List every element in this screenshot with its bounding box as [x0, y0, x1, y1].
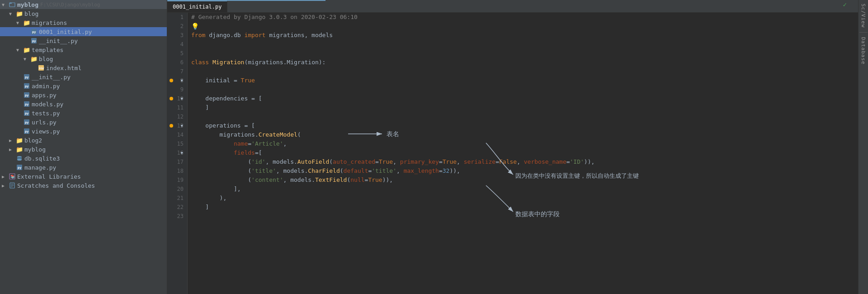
right-panel: Sc/View Database	[858, 0, 868, 294]
sidebar-item-init2[interactable]: py __init__.py	[0, 72, 167, 81]
line-num-4: 4	[171, 40, 184, 49]
code-line-19: ('content', models.TextField(null=True))…	[191, 175, 854, 185]
sidebar-item-label: views.py	[32, 128, 60, 135]
sidebar-item-manage[interactable]: py manage.py	[0, 163, 167, 172]
py-file-icon: py	[30, 37, 38, 44]
chevron-right-icon: ▶	[9, 138, 15, 143]
line-num-15: 15	[171, 139, 184, 148]
sidebar-item-myblog[interactable]: ▶ 📁 myblog	[0, 145, 167, 154]
sidebar-item-external-libs[interactable]: ▶ 📚 External Libraries	[0, 172, 167, 181]
line-num-5: 5	[171, 49, 184, 58]
py-file-icon: py	[23, 73, 30, 81]
chevron-down-icon: ▼	[9, 11, 15, 16]
root-path: F:\CSU\Django\myblog	[40, 2, 100, 8]
code-line-9	[191, 85, 854, 94]
code-content[interactable]: # Generated by Django 3.0.3 on 2020-02-2…	[188, 13, 858, 294]
line-num-23: 23	[171, 212, 184, 221]
sidebar-item-label: urls.py	[32, 119, 57, 126]
chevron-icon: ▼	[2, 2, 8, 7]
svg-text:py: py	[25, 121, 29, 124]
sidebar-item-models[interactable]: py models.py	[0, 100, 167, 109]
code-line-11: ]	[191, 103, 854, 112]
line-num-14: 14	[171, 130, 184, 139]
html-file-icon: html	[38, 64, 45, 71]
sidebar-item-label: admin.py	[32, 83, 60, 90]
line-num-8: 8 ▼	[171, 76, 184, 85]
code-line-4	[191, 40, 854, 49]
line-numbers: 1 2 3 4 5 6 7 8 ▼ 9 10 ▼ 11 12 13 ▼	[167, 13, 188, 294]
code-area[interactable]: 1 2 3 4 5 6 7 8 ▼ 9 10 ▼ 11 12 13 ▼	[167, 13, 858, 294]
ext-libs-icon: 📚	[9, 173, 16, 180]
sidebar-item-myblog-root[interactable]: ▼ myblog F:\CSU\Django\myblog	[0, 0, 167, 9]
sidebar-item-label: index.html	[46, 65, 81, 71]
chevron-right-icon: ▶	[9, 147, 15, 152]
tab-0001-initial[interactable]: 0001_initial.py	[167, 0, 227, 12]
py-file-icon: py	[23, 82, 30, 90]
scratch-icon	[9, 182, 16, 189]
sidebar-item-blog2[interactable]: ▶ 📁 blog2	[0, 136, 167, 145]
folder-icon: 📁	[23, 46, 30, 53]
sidebar-item-label: 0001_initial.py	[39, 28, 92, 35]
sidebar-item-label: tests.py	[32, 110, 60, 117]
line-num-20: 20	[171, 185, 184, 194]
line-num-17: 17	[171, 157, 184, 166]
py-file-icon: py	[16, 164, 23, 171]
sidebar-item-migrations[interactable]: ▼ 📁 migrations	[0, 18, 167, 27]
right-tab-database[interactable]: Database	[859, 35, 867, 66]
sidebar-item-0001-initial[interactable]: py 0001_initial.py	[0, 27, 167, 36]
code-line-18: ('title', models.CharField(default='titl…	[191, 166, 854, 175]
sidebar-item-views[interactable]: py views.py	[0, 127, 167, 136]
line-num-1: 1	[171, 13, 184, 22]
sidebar-item-label: blog	[24, 10, 38, 17]
sidebar-item-tests[interactable]: py tests.py	[0, 109, 167, 118]
sidebar-item-label: apps.py	[32, 92, 57, 99]
sidebar-item-init1[interactable]: py __init__.py	[0, 36, 167, 45]
sidebar-item-label: __init__.py	[32, 74, 71, 81]
code-editor: ✓ 0001_initial.py 1 2 3 4 5 6 7 8 ▼ 9 10…	[167, 0, 858, 294]
folder-icon: 📁	[16, 137, 23, 144]
code-line-14: migrations.CreateModel(	[191, 130, 854, 139]
folder-icon: 📁	[23, 19, 30, 26]
scview-label: Sc/View	[860, 4, 866, 28]
py-file-icon: py	[23, 109, 30, 117]
sidebar-item-blog-templates[interactable]: ▼ 📁 blog	[0, 54, 167, 63]
py-file-icon: py	[23, 119, 30, 126]
sidebar-item-label: blog	[39, 56, 53, 62]
code-line-3: from django.db import migrations, models	[191, 31, 854, 40]
code-line-23	[191, 212, 854, 221]
project-icon	[9, 1, 16, 8]
code-line-17: ('id', models.AutoField(auto_created=Tru…	[191, 157, 854, 166]
sidebar-item-templates[interactable]: ▼ 📁 templates	[0, 45, 167, 54]
svg-text:py: py	[25, 112, 29, 115]
line-num-16: ▼ 16	[171, 148, 184, 157]
root-label: myblog	[17, 1, 38, 8]
svg-point-24	[17, 159, 22, 161]
sidebar-item-db-sqlite[interactable]: db.sqlite3	[0, 154, 167, 163]
sidebar-item-apps[interactable]: py apps.py	[0, 90, 167, 100]
right-tab-scview[interactable]: Sc/View	[859, 2, 867, 29]
sidebar-item-index-html[interactable]: html index.html	[0, 63, 167, 72]
svg-text:html: html	[39, 66, 44, 70]
tab-label: 0001_initial.py	[173, 4, 222, 10]
svg-text:📚: 📚	[10, 174, 15, 179]
chevron-right-icon: ▶	[2, 183, 8, 188]
sidebar-item-scratches[interactable]: ▶ Scratches and Consoles	[0, 181, 167, 190]
sidebar-item-blog[interactable]: ▼ 📁 blog	[0, 9, 167, 18]
code-line-8: initial = True	[191, 76, 854, 85]
sidebar-item-urls[interactable]: py urls.py	[0, 118, 167, 127]
line-num-3: 3	[171, 31, 184, 40]
code-line-6: class Migration(migrations.Migration):	[191, 58, 854, 67]
code-line-2: 💡	[191, 22, 854, 31]
sidebar-item-label: migrations	[32, 19, 67, 26]
line-num-18: 18	[171, 166, 184, 175]
chevron-right-icon: ▶	[2, 174, 8, 179]
sidebar-item-label: External Libraries	[17, 173, 81, 180]
line-num-7: 7	[171, 67, 184, 76]
svg-text:py: py	[18, 166, 22, 170]
svg-text:py: py	[25, 94, 29, 97]
file-tree: ▼ myblog F:\CSU\Django\myblog ▼ 📁 blog ▼…	[0, 0, 167, 294]
sidebar-item-admin[interactable]: py admin.py	[0, 81, 167, 90]
svg-text:py: py	[25, 76, 29, 79]
code-line-12	[191, 112, 854, 121]
py-file-icon: py	[23, 91, 30, 99]
